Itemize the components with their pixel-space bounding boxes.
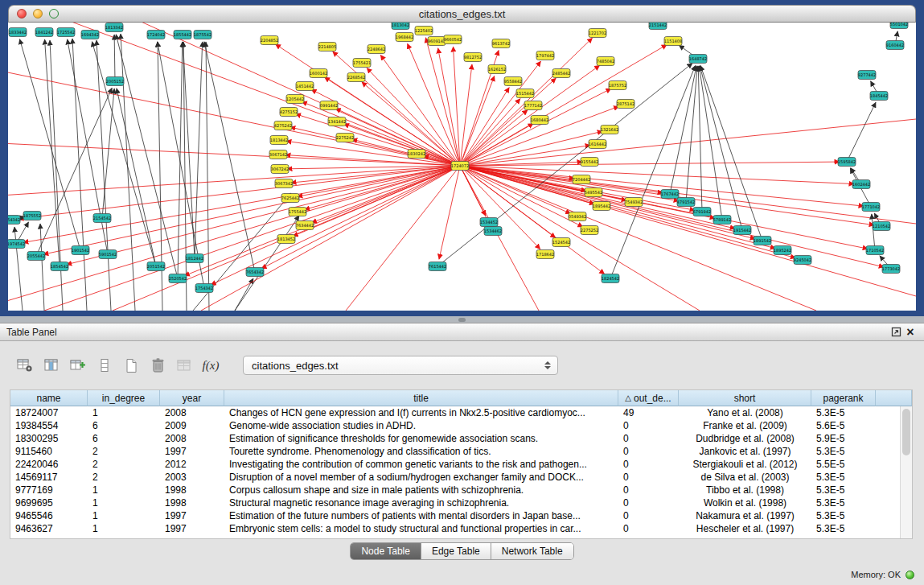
table-cell[interactable]: Hescheler et al. (1997) [679, 522, 811, 535]
table-cell[interactable]: Nakamura et al. (1997) [679, 509, 811, 522]
graph-node[interactable]: 1600142 [310, 69, 327, 78]
table-cell[interactable]: de Silva et al. (2003) [679, 471, 811, 484]
column-header-name[interactable]: name [10, 390, 88, 406]
table-cell[interactable]: 1 [88, 406, 160, 419]
table-vertical-scrollbar[interactable] [900, 406, 912, 538]
graph-node[interactable]: 1534452 [480, 218, 498, 227]
graph-node[interactable]: 3067342 [275, 179, 293, 188]
table-cell[interactable]: Franke et al. (2009) [679, 419, 811, 432]
table-row[interactable]: 1456911722003Disruption of a novel membe… [10, 471, 912, 484]
table-cell[interactable]: Structural magnetic resonance image aver… [224, 496, 618, 509]
table-cell[interactable]: 9699695 [10, 496, 88, 509]
graph-node[interactable]: 1895442 [593, 202, 610, 211]
table-row[interactable]: 911546021997Tourette syndrome. Phenomeno… [10, 445, 912, 458]
table-cell[interactable]: Estimation of significance thresholds fo… [224, 432, 618, 445]
graph-node[interactable]: 1534462 [484, 227, 502, 236]
graph-node[interactable]: 5789142 [713, 216, 731, 225]
graph-node[interactable]: 9245042 [794, 256, 811, 265]
graph-node[interactable]: 7549342 [625, 198, 643, 207]
graph-node[interactable]: 0991442 [320, 101, 338, 110]
graph-node[interactable]: 9660542 [444, 35, 462, 44]
graph-node[interactable]: 2204852 [261, 36, 278, 45]
graph-node[interactable]: 1755421 [353, 59, 371, 68]
table-cell[interactable]: 9463627 [10, 522, 88, 535]
table-cell[interactable]: Tibbo et al. (1998) [679, 484, 811, 496]
table-cell[interactable]: 6 [88, 419, 160, 432]
column-header-title[interactable]: title [224, 390, 618, 406]
graph-node[interactable]: 7485042 [597, 57, 614, 66]
table-cell[interactable]: 2009 [160, 419, 224, 432]
table-cell[interactable]: 1997 [160, 509, 224, 522]
graph-node[interactable]: 1626152 [488, 65, 506, 74]
graph-node[interactable]: 2051542 [147, 262, 165, 271]
table-cell[interactable]: 0 [618, 432, 679, 445]
network-canvas[interactable]: 2204852221480517554211600142145144212054… [8, 23, 916, 311]
table-cell[interactable]: Disruption of a novel member of a sodium… [224, 471, 618, 484]
graph-node[interactable]: 1812442 [186, 254, 203, 263]
table-cell[interactable]: 5.3E-5 [811, 406, 876, 419]
table-cell[interactable]: 2008 [160, 432, 224, 445]
table-cell[interactable]: 19384554 [10, 419, 88, 432]
graph-node[interactable]: 2214805 [318, 43, 336, 51]
graph-node[interactable]: 1777142 [524, 101, 542, 110]
table-cell[interactable]: Tourette syndrome. Phenomenology and cla… [224, 445, 618, 458]
table-cell[interactable]: 5.3E-5 [811, 484, 876, 496]
table-cell[interactable]: 1 [88, 496, 160, 509]
graph-node[interactable]: 3067142 [269, 150, 287, 159]
graph-node[interactable]: 1151408 [664, 37, 682, 46]
table-cell[interactable]: Jankovic et al. (1997) [679, 445, 811, 458]
graph-node[interactable]: 1341442 [328, 117, 346, 126]
graph-node[interactable]: 1895242 [774, 246, 791, 255]
table-cell[interactable]: 9465546 [10, 509, 88, 522]
table-cell[interactable]: 1 [88, 522, 160, 535]
graph-node[interactable]: 4791542 [677, 198, 695, 207]
graph-node[interactable]: 9812752 [464, 53, 482, 62]
table-cell[interactable]: 0 [618, 471, 679, 484]
table-cell[interactable]: 5.3E-5 [811, 509, 876, 522]
close-panel-icon[interactable]: × [903, 326, 918, 339]
citation-network-graph[interactable]: 2204852221480517554211600142145144212054… [8, 23, 916, 311]
graph-node[interactable]: 6791942 [693, 208, 711, 216]
table-cell[interactable]: 0 [618, 522, 679, 535]
graph-node[interactable]: 1515442 [516, 89, 534, 98]
graph-node[interactable]: 1451442 [296, 82, 314, 91]
graph-node[interactable]: 1813042 [392, 23, 409, 30]
table-cell[interactable]: 1997 [160, 522, 224, 535]
graph-node[interactable]: 1813442 [270, 136, 288, 145]
graph-node[interactable]: 1595842 [838, 158, 856, 167]
table-cell[interactable]: 0 [618, 496, 679, 509]
graph-node[interactable]: 1841242 [35, 28, 53, 37]
table-cell[interactable]: 0 [618, 419, 679, 432]
graph-node[interactable]: 1875542 [194, 31, 211, 39]
table-cell[interactable]: Embryonic stem cells: a model to study s… [224, 522, 618, 535]
table-cell[interactable]: 1998 [160, 484, 224, 496]
column-header-indegree[interactable]: in_degree [88, 390, 160, 406]
table-cell[interactable]: 2012 [160, 458, 224, 471]
table-cell[interactable]: Genome-wide association studies in ADHD. [224, 419, 618, 432]
graph-node[interactable]: 1813342 [105, 23, 123, 32]
table-cell[interactable]: 0 [618, 445, 679, 458]
graph-node[interactable]: 1833442 [9, 28, 27, 37]
graph-node[interactable]: 1710542 [866, 246, 884, 255]
graph-node[interactable]: 9558442 [504, 77, 522, 86]
table-cell[interactable]: Yano et al. (2008) [679, 406, 811, 419]
column-header-year[interactable]: year [160, 390, 224, 406]
graph-node[interactable]: 9155442 [581, 158, 598, 167]
graph-node[interactable]: 1724042 [147, 31, 165, 39]
table-cell[interactable]: Investigating the contribution of common… [224, 458, 618, 471]
table-cell[interactable]: 1 [88, 509, 160, 522]
graph-node[interactable]: 1891542 [754, 237, 771, 245]
graph-node[interactable]: 7204442 [573, 175, 590, 184]
float-panel-icon[interactable] [889, 326, 903, 339]
function-builder-icon[interactable]: f(x) [199, 355, 223, 376]
graph-node[interactable]: 1221702 [589, 29, 606, 38]
table-row[interactable]: 946554611997Estimation of the future num… [10, 509, 912, 522]
graph-node[interactable]: 4275242 [274, 122, 292, 130]
table-row[interactable]: 969969511998Structural magnetic resonanc… [10, 496, 912, 509]
graph-node[interactable]: 1813452 [277, 235, 295, 244]
graph-node[interactable]: 2154542 [93, 214, 111, 223]
table-selector[interactable]: citations_edges.txt [243, 356, 558, 375]
table-cell[interactable]: 18724007 [10, 406, 88, 419]
graph-node[interactable]: 1901542 [72, 246, 89, 255]
table-cell[interactable]: Corpus callosum shape and size in male p… [224, 484, 618, 496]
